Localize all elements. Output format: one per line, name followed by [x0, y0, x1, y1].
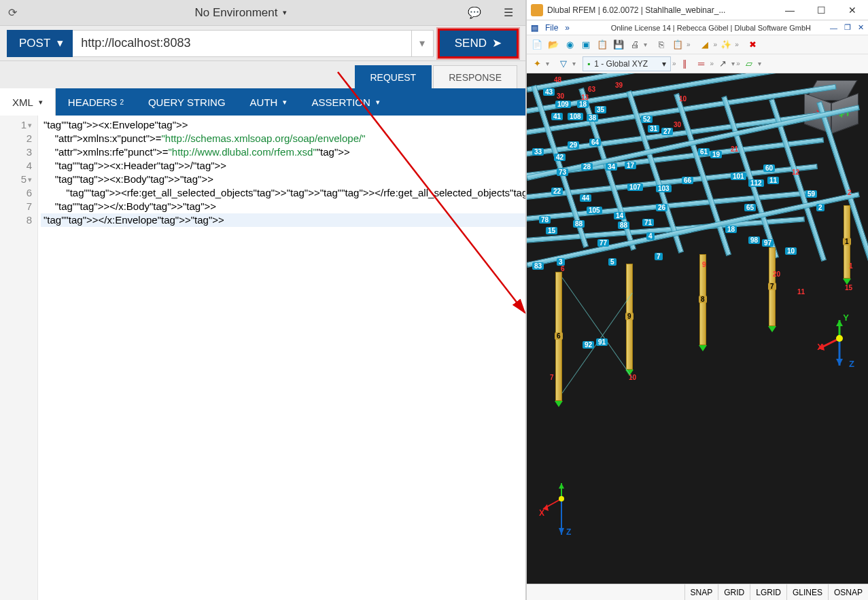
- environment-label: No Environment: [195, 6, 278, 20]
- paste-icon[interactable]: 📋: [670, 37, 685, 52]
- http-method-dropdown[interactable]: POST▾: [7, 30, 73, 57]
- subtab-query-string[interactable]: QUERY STRING: [136, 88, 238, 116]
- code-line[interactable]: "tag""tag">><rfe:get_all_selected_object…: [41, 186, 525, 200]
- svg-marker-11: [559, 483, 564, 489]
- member-number-badge: 14: [614, 212, 625, 219]
- open-folder-icon[interactable]: 📂: [546, 37, 561, 52]
- member-number-badge: 31: [648, 125, 659, 133]
- clipboard-icon[interactable]: 📋: [595, 37, 610, 52]
- axis-y-label: Y: [843, 313, 849, 323]
- environment-dropdown[interactable]: No Environment: [24, 6, 457, 20]
- member-number-badge: 71: [642, 219, 654, 226]
- member-number-badge: 73: [557, 169, 568, 176]
- menu-icon[interactable]: ☰: [491, 6, 525, 19]
- request-body-editor[interactable]: 1 ▾2345 ▾678 "tag""tag">><x:Envelope"tag…: [0, 116, 525, 600]
- url-input[interactable]: [73, 30, 411, 57]
- refresh-icon[interactable]: ⟳: [0, 6, 24, 19]
- member-number-badge: 10: [785, 247, 797, 255]
- column-label: 1: [843, 238, 851, 245]
- axis-z-label: Z: [849, 359, 854, 369]
- block-icon[interactable]: ▣: [578, 37, 593, 52]
- license-info: Online License 14 | Rebecca Göbel | Dlub…: [611, 24, 811, 32]
- http-method-label: POST: [19, 37, 50, 50]
- status-toggle-grid[interactable]: GRID: [718, 584, 750, 600]
- member-number-badge: 108: [568, 113, 583, 120]
- minimize-button[interactable]: —: [774, 0, 805, 20]
- menu-file[interactable]: File: [545, 23, 558, 33]
- tab-request[interactable]: REQUEST: [355, 65, 432, 88]
- subtab-headers[interactable]: HEADERS2: [56, 88, 136, 116]
- support-icon: [555, 401, 563, 407]
- cloud-icon[interactable]: ◉: [562, 37, 577, 52]
- code-line[interactable]: "tag""tag">><x:Header"tag">>/"tag">>: [41, 159, 525, 173]
- code-line[interactable]: "tag""tag">><x:Body"tag">>"tag">>: [41, 173, 525, 186]
- rfem-titlebar: Dlubal RFEM | 6.02.0072 | Stahlhalle_web…: [527, 0, 868, 20]
- member-number-badge: 26: [656, 204, 667, 211]
- member-number-badge: 7: [655, 253, 663, 260]
- wand-icon[interactable]: ✨: [718, 37, 733, 52]
- close-button[interactable]: ✕: [837, 0, 868, 20]
- code-area[interactable]: "tag""tag">><x:Envelope"tag">> "attr">xm…: [38, 116, 525, 600]
- status-toggle-lgrid[interactable]: LGRID: [750, 584, 786, 600]
- support-icon: [699, 345, 707, 351]
- member-number-badge: 27: [661, 128, 673, 135]
- save-icon[interactable]: 💾: [611, 37, 626, 52]
- filter-icon[interactable]: ▽: [556, 56, 571, 71]
- member-number-badge: 97: [762, 239, 774, 247]
- toolbar-row-2: ✦ ▾ ▽ ▾ ▪1 - Global XYZ▾ » ‖ ═ » ↗ ▾ » ▱…: [527, 54, 868, 73]
- node-number: 48: [554, 76, 561, 84]
- subtab-body-format[interactable]: XML: [0, 88, 56, 116]
- code-line[interactable]: "tag""tag">></x:Envelope"tag">>"tag">>: [41, 213, 525, 227]
- model-viewport[interactable]: -X +Y X Y Z X Y Z 6987143109183541108383…: [527, 73, 868, 584]
- print-icon[interactable]: 🖨: [627, 37, 642, 52]
- member-number-badge: 38: [587, 114, 598, 122]
- member-number-badge: 78: [539, 216, 551, 224]
- member-number-badge: 19: [710, 151, 722, 158]
- subtab-assertion[interactable]: ASSERTION: [299, 88, 392, 116]
- status-toggle-glines[interactable]: GLINES: [786, 584, 828, 600]
- mdi-minimize-icon[interactable]: —: [830, 24, 837, 32]
- star-new-icon[interactable]: ✦: [530, 56, 544, 71]
- toolbar1-more[interactable]: »: [687, 41, 691, 48]
- svg-marker-6: [836, 359, 843, 366]
- member-number-badge: 60: [763, 164, 775, 172]
- maximize-button[interactable]: ☐: [805, 0, 837, 20]
- chat-icon[interactable]: 💬: [457, 6, 491, 19]
- tab-response[interactable]: RESPONSE: [433, 65, 517, 88]
- new-file-icon[interactable]: 📄: [530, 37, 544, 52]
- select-icon[interactable]: ◢: [697, 37, 712, 52]
- menu-expand-icon[interactable]: »: [565, 23, 570, 33]
- brace-member[interactable]: [562, 277, 633, 378]
- mdi-close-icon[interactable]: ✕: [858, 23, 864, 32]
- node-number: 30: [557, 92, 564, 100]
- send-button[interactable]: SEND➤: [438, 29, 519, 58]
- code-line[interactable]: "tag""tag">></x:Body"tag">>"tag">>: [41, 200, 525, 213]
- status-toggle-osnap[interactable]: OSNAP: [828, 584, 868, 600]
- node-tool-icon[interactable]: ↗: [715, 56, 730, 71]
- surface-icon[interactable]: ▱: [742, 56, 757, 71]
- status-toggle-snap[interactable]: SNAP: [684, 584, 718, 600]
- rfem-title-text: Dlubal RFEM | 6.02.0072 | Stahlhalle_web…: [547, 5, 774, 15]
- member-number-badge: 4: [646, 232, 655, 240]
- member-number-badge: 77: [597, 239, 609, 247]
- code-line[interactable]: "attr">xmlns:rfe"punct">="http://www.dlu…: [41, 145, 525, 159]
- code-line[interactable]: "attr">xmlns:x"punct">="http://schemas.x…: [41, 132, 525, 145]
- mdi-restore-icon[interactable]: ❐: [844, 23, 851, 32]
- member-number-badge: 92: [583, 341, 594, 349]
- member-number-badge: 59: [805, 190, 817, 198]
- send-label: SEND: [455, 37, 487, 50]
- svg-text:Z: Z: [566, 527, 571, 537]
- svg-marker-4: [836, 320, 843, 326]
- node-number: 11: [797, 288, 805, 296]
- toolbar1-overflow[interactable]: ▾: [644, 41, 647, 48]
- member-number-badge: 22: [551, 188, 563, 195]
- coord-system-dropdown[interactable]: ▪1 - Global XYZ▾: [583, 56, 671, 71]
- url-history-dropdown[interactable]: ▾: [412, 30, 434, 57]
- subtab-auth[interactable]: AUTH: [238, 88, 300, 116]
- dim-h-icon[interactable]: ═: [694, 56, 709, 71]
- node-number: 1: [849, 262, 853, 270]
- code-line[interactable]: "tag""tag">><x:Envelope"tag">>: [41, 118, 525, 132]
- copy-icon[interactable]: ⎘: [654, 37, 669, 52]
- cancel-x-icon[interactable]: ✖: [746, 37, 761, 52]
- dim-v-icon[interactable]: ‖: [678, 56, 693, 71]
